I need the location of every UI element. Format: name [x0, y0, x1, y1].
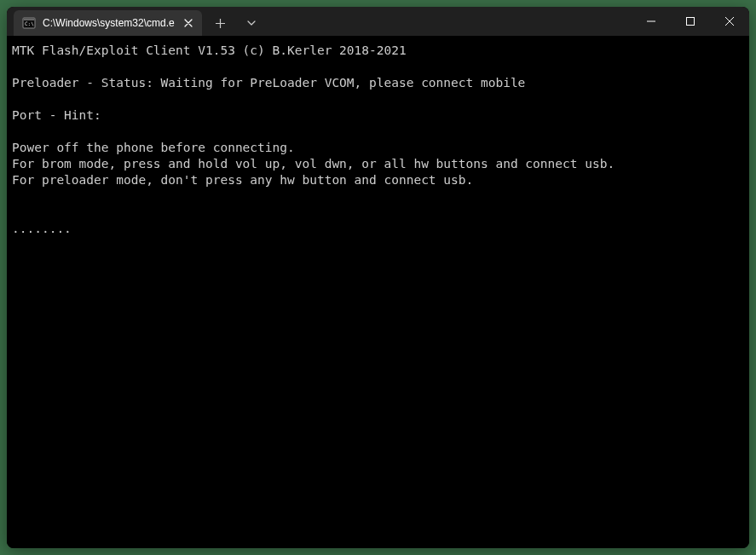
terminal-line: For preloader mode, don't press any hw b… [12, 172, 744, 188]
close-tab-button[interactable] [182, 16, 195, 30]
new-tab-button[interactable] [205, 10, 236, 36]
terminal-line: Power off the phone before connecting. [12, 140, 744, 156]
maximize-button[interactable] [671, 7, 710, 36]
tab-dropdown-button[interactable] [236, 10, 267, 36]
close-window-button[interactable] [710, 7, 749, 36]
svg-rect-3 [687, 18, 695, 26]
titlebar: C:\ C:\Windows\system32\cmd.e [7, 7, 749, 36]
terminal-line: ........ [12, 221, 744, 237]
terminal-line [12, 59, 744, 75]
terminal-line: For brom mode, press and hold vol up, vo… [12, 156, 744, 172]
tab-title: C:\Windows\system32\cmd.e [43, 17, 175, 29]
minimize-button[interactable] [632, 7, 671, 36]
terminal-line [12, 188, 744, 205]
tab-controls [205, 7, 267, 36]
svg-text:C:\: C:\ [25, 20, 34, 26]
tab-area: C:\ C:\Windows\system32\cmd.e [7, 7, 267, 36]
terminal-line [12, 124, 744, 140]
titlebar-drag-area[interactable] [267, 7, 632, 36]
terminal-line [12, 91, 744, 107]
terminal-line [12, 205, 744, 221]
terminal-line: Preloader - Status: Waiting for PreLoade… [12, 75, 744, 91]
terminal-line: Port - Hint: [12, 107, 744, 124]
window-controls [632, 7, 749, 36]
terminal-window: C:\ C:\Windows\system32\cmd.e [7, 7, 749, 548]
tab-cmd[interactable]: C:\ C:\Windows\system32\cmd.e [14, 10, 202, 36]
cmd-icon: C:\ [22, 16, 36, 30]
terminal-output[interactable]: MTK Flash/Exploit Client V1.53 (c) B.Ker… [7, 36, 749, 548]
terminal-line: MTK Flash/Exploit Client V1.53 (c) B.Ker… [12, 43, 744, 59]
